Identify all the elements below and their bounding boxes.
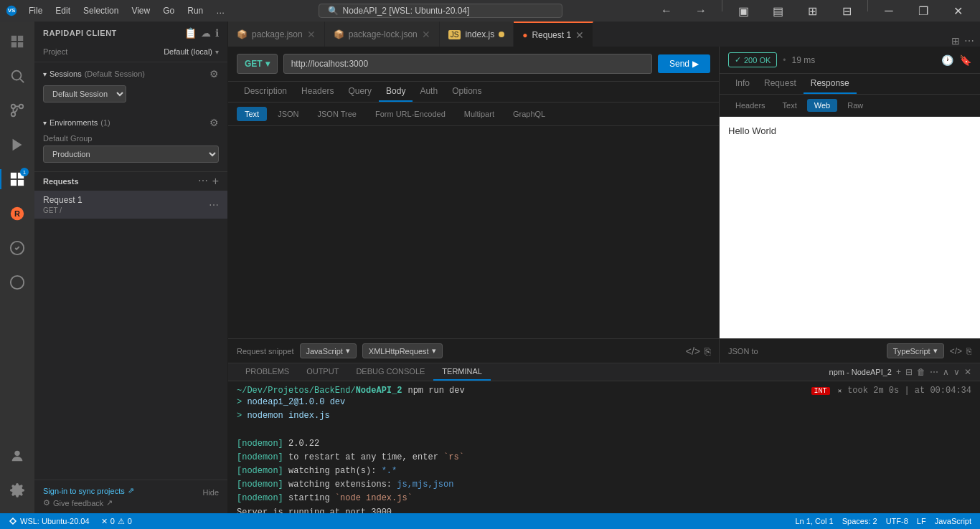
- search-box[interactable]: 🔍 NodeAPI_2 [WSL: Ubuntu-20.04]: [319, 4, 562, 18]
- terminal-split-icon[interactable]: ⊟: [905, 367, 913, 377]
- tab-package-lock-close[interactable]: ✕: [422, 29, 430, 40]
- sessions-header[interactable]: ▾ Sessions (Default Session) ⚙: [34, 65, 227, 82]
- status-errors[interactable]: ✕ 0 ⚠ 0: [98, 517, 135, 526]
- tab-package-lock-json[interactable]: 📦 package-lock.json ✕: [325, 22, 440, 47]
- minimize-button[interactable]: ─: [872, 0, 905, 22]
- tab-package-json[interactable]: 📦 package.json ✕: [228, 22, 325, 47]
- layout3-icon[interactable]: ⊞: [796, 0, 829, 22]
- body-editor[interactable]: [228, 126, 719, 338]
- sidebar-item-source-control[interactable]: [0, 93, 34, 128]
- sidebar-item-explorer[interactable]: [0, 24, 34, 59]
- terminal-content[interactable]: ~/Dev/Projetos/BackEnd/NodeAPI_2 npm run…: [228, 381, 980, 513]
- status-spaces[interactable]: Spaces: 2: [839, 517, 880, 525]
- environments-settings-icon[interactable]: ⚙: [209, 117, 219, 128]
- snippet-lang-select[interactable]: JavaScript ▾: [300, 343, 357, 358]
- nav-back[interactable]: ←: [650, 0, 683, 22]
- req-tab-auth[interactable]: Auth: [413, 82, 445, 102]
- sidebar-item-testing[interactable]: [0, 231, 34, 265]
- json-to-copy-icon[interactable]: ⎘: [966, 346, 971, 356]
- status-ln-col[interactable]: Ln 1, Col 1: [793, 517, 837, 525]
- menu-more[interactable]: …: [210, 4, 230, 17]
- nav-forward[interactable]: →: [684, 0, 717, 22]
- body-textarea[interactable]: [234, 132, 713, 333]
- tab-index-js[interactable]: JS index.js: [440, 22, 514, 47]
- body-tab-multipart[interactable]: Multipart: [456, 107, 502, 121]
- json-to-code-icon[interactable]: </>: [950, 346, 962, 356]
- view-tab-web[interactable]: Web: [807, 99, 837, 112]
- resp-tab-info[interactable]: Info: [728, 74, 757, 94]
- req-tab-headers[interactable]: Headers: [294, 82, 341, 102]
- status-encoding[interactable]: UTF-8: [883, 517, 911, 525]
- view-tab-text[interactable]: Text: [776, 99, 804, 112]
- project-value-row[interactable]: Default (local) ▾: [164, 47, 219, 56]
- body-tab-form-urlencoded[interactable]: Form URL-Encoded: [367, 107, 453, 121]
- sidebar-item-rapidapi[interactable]: R: [0, 196, 34, 231]
- menu-file[interactable]: File: [23, 4, 48, 17]
- layout4-icon[interactable]: ⊟: [830, 0, 863, 22]
- signin-link[interactable]: Sign-in to sync projects ⇗: [43, 486, 134, 495]
- hide-button[interactable]: Hide: [202, 488, 219, 497]
- resp-tab-response[interactable]: Response: [804, 74, 857, 94]
- view-tab-headers[interactable]: Headers: [728, 99, 773, 112]
- menu-edit[interactable]: Edit: [50, 4, 76, 17]
- body-tab-text[interactable]: Text: [237, 107, 267, 121]
- history-resp-icon[interactable]: 🕐: [941, 54, 953, 66]
- environments-header[interactable]: ▾ Environments (1) ⚙: [34, 114, 227, 131]
- status-language[interactable]: JavaScript: [932, 517, 974, 525]
- tab-bar-split-icon[interactable]: ⊞: [951, 35, 960, 47]
- sessions-settings-icon[interactable]: ⚙: [209, 68, 219, 80]
- sidebar-item-settings[interactable]: [0, 473, 34, 507]
- terminal-more-icon[interactable]: ⋯: [930, 367, 938, 377]
- tab-request-1[interactable]: ● Request 1 ✕: [514, 22, 593, 47]
- request-item[interactable]: Request 1 GET / ⋯: [34, 191, 227, 219]
- resp-tab-request[interactable]: Request: [757, 74, 804, 94]
- status-eol[interactable]: LF: [914, 517, 929, 525]
- close-button[interactable]: ✕: [941, 0, 974, 22]
- tab-request-1-close[interactable]: ✕: [575, 29, 584, 41]
- req-tab-options[interactable]: Options: [445, 82, 489, 102]
- tab-bar-more-icon[interactable]: ⋯: [964, 35, 974, 47]
- sidebar-item-account[interactable]: [0, 439, 34, 473]
- history-icon[interactable]: 📋: [184, 27, 197, 39]
- menu-view[interactable]: View: [126, 4, 156, 17]
- request-item-more-icon[interactable]: ⋯: [209, 199, 219, 211]
- snippet-copy-icon[interactable]: ⎘: [705, 345, 710, 357]
- sidebar-item-extensions[interactable]: 1: [0, 162, 34, 196]
- environment-select[interactable]: Production: [43, 146, 219, 163]
- body-tab-graphql[interactable]: GraphQL: [505, 107, 553, 121]
- info-icon[interactable]: ℹ: [215, 27, 219, 39]
- terminal-trash-icon[interactable]: 🗑: [917, 367, 925, 377]
- settings-row[interactable]: ⚙ Give feedback ↗: [43, 498, 219, 507]
- maximize-button[interactable]: ❐: [907, 0, 940, 22]
- req-tab-body[interactable]: Body: [379, 82, 413, 102]
- sidebar-item-run[interactable]: [0, 128, 34, 162]
- req-tab-description[interactable]: Description: [237, 82, 294, 102]
- body-tab-json[interactable]: JSON: [270, 107, 306, 121]
- layout-icon[interactable]: ▣: [727, 0, 760, 22]
- add-request-icon[interactable]: +: [212, 175, 219, 188]
- menu-selection[interactable]: Selection: [77, 4, 124, 17]
- save-resp-icon[interactable]: 🔖: [959, 54, 971, 66]
- status-wsl[interactable]: WSL: Ubuntu-20.04: [6, 517, 93, 525]
- req-tab-query[interactable]: Query: [341, 82, 379, 102]
- method-select[interactable]: GET ▾: [237, 54, 278, 74]
- snippet-code-icon[interactable]: </>: [686, 345, 700, 357]
- sidebar-item-remote[interactable]: [0, 265, 34, 300]
- sidebar-item-search[interactable]: [0, 59, 34, 93]
- terminal-close-icon[interactable]: ✕: [964, 367, 971, 377]
- sessions-select[interactable]: Default Session: [43, 85, 126, 103]
- environments-icon[interactable]: ☁: [201, 27, 211, 39]
- url-input[interactable]: [283, 54, 652, 74]
- send-button[interactable]: Send ▶: [658, 54, 710, 73]
- terminal-tab-terminal[interactable]: TERMINAL: [433, 363, 491, 381]
- layout2-icon[interactable]: ▤: [761, 0, 794, 22]
- terminal-tab-problems[interactable]: PROBLEMS: [237, 363, 298, 381]
- terminal-tab-output[interactable]: OUTPUT: [298, 363, 347, 381]
- requests-more-icon[interactable]: ⋯: [198, 175, 208, 188]
- menu-run[interactable]: Run: [182, 4, 209, 17]
- terminal-add-icon[interactable]: +: [896, 367, 901, 377]
- tab-package-json-close[interactable]: ✕: [307, 29, 316, 40]
- menu-go[interactable]: Go: [157, 4, 180, 17]
- terminal-tab-debug[interactable]: DEBUG CONSOLE: [347, 363, 433, 381]
- snippet-lib-select[interactable]: XMLHttpRequest ▾: [362, 343, 443, 358]
